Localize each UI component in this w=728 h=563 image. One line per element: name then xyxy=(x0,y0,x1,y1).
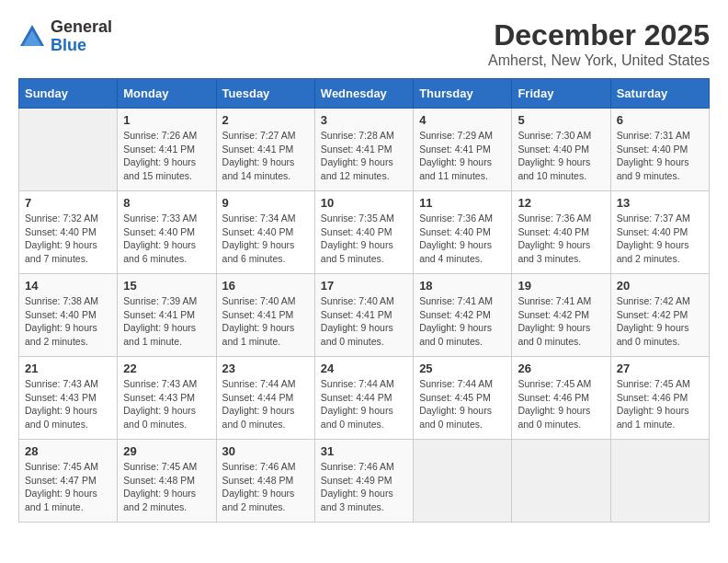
day-info: Sunrise: 7:46 AMSunset: 4:48 PMDaylight:… xyxy=(222,460,309,514)
calendar-body: 1Sunrise: 7:26 AMSunset: 4:41 PMDaylight… xyxy=(19,109,710,523)
day-info: Sunrise: 7:43 AMSunset: 4:43 PMDaylight:… xyxy=(123,377,210,431)
calendar-cell: 11Sunrise: 7:36 AMSunset: 4:40 PMDayligh… xyxy=(414,191,512,274)
calendar-cell: 4Sunrise: 7:29 AMSunset: 4:41 PMDaylight… xyxy=(414,109,512,191)
day-info: Sunrise: 7:46 AMSunset: 4:49 PMDaylight:… xyxy=(321,460,407,514)
day-number: 28 xyxy=(25,444,111,458)
logo: General Blue xyxy=(18,18,112,55)
day-info: Sunrise: 7:41 AMSunset: 4:42 PMDaylight:… xyxy=(419,294,506,349)
calendar-header: SundayMondayTuesdayWednesdayThursdayFrid… xyxy=(19,79,710,109)
day-number: 29 xyxy=(123,444,210,458)
day-info: Sunrise: 7:30 AMSunset: 4:40 PMDaylight:… xyxy=(518,129,604,183)
calendar-cell: 16Sunrise: 7:40 AMSunset: 4:41 PMDayligh… xyxy=(216,274,314,357)
calendar-week-row: 1Sunrise: 7:26 AMSunset: 4:41 PMDaylight… xyxy=(19,109,710,191)
day-number: 10 xyxy=(321,196,407,210)
calendar-cell: 10Sunrise: 7:35 AMSunset: 4:40 PMDayligh… xyxy=(314,191,413,274)
day-number: 16 xyxy=(222,279,309,293)
calendar-cell: 6Sunrise: 7:31 AMSunset: 4:40 PMDaylight… xyxy=(610,109,709,191)
day-number: 30 xyxy=(222,444,309,458)
day-info: Sunrise: 7:27 AMSunset: 4:41 PMDaylight:… xyxy=(222,129,309,183)
calendar-cell: 1Sunrise: 7:26 AMSunset: 4:41 PMDaylight… xyxy=(118,109,216,191)
day-info: Sunrise: 7:45 AMSunset: 4:47 PMDaylight:… xyxy=(25,460,111,514)
day-info: Sunrise: 7:45 AMSunset: 4:46 PMDaylight:… xyxy=(617,377,703,431)
calendar-cell: 29Sunrise: 7:45 AMSunset: 4:48 PMDayligh… xyxy=(118,440,216,523)
calendar-cell: 20Sunrise: 7:42 AMSunset: 4:42 PMDayligh… xyxy=(610,274,709,357)
calendar-cell: 7Sunrise: 7:32 AMSunset: 4:40 PMDaylight… xyxy=(19,191,118,274)
calendar-cell: 21Sunrise: 7:43 AMSunset: 4:43 PMDayligh… xyxy=(19,357,118,440)
weekday-header-saturday: Saturday xyxy=(610,79,709,109)
calendar-cell: 19Sunrise: 7:41 AMSunset: 4:42 PMDayligh… xyxy=(512,274,610,357)
day-info: Sunrise: 7:35 AMSunset: 4:40 PMDaylight:… xyxy=(321,212,407,266)
day-info: Sunrise: 7:40 AMSunset: 4:41 PMDaylight:… xyxy=(222,294,309,349)
day-number: 11 xyxy=(419,196,506,210)
logo-icon xyxy=(18,23,46,51)
day-info: Sunrise: 7:40 AMSunset: 4:41 PMDaylight:… xyxy=(321,294,407,349)
day-info: Sunrise: 7:29 AMSunset: 4:41 PMDaylight:… xyxy=(419,129,506,183)
day-info: Sunrise: 7:37 AMSunset: 4:40 PMDaylight:… xyxy=(617,212,703,266)
weekday-header-tuesday: Tuesday xyxy=(216,79,314,109)
day-number: 14 xyxy=(25,279,111,293)
calendar-cell: 17Sunrise: 7:40 AMSunset: 4:41 PMDayligh… xyxy=(314,274,413,357)
calendar-cell: 25Sunrise: 7:44 AMSunset: 4:45 PMDayligh… xyxy=(414,357,512,440)
logo-text: General Blue xyxy=(51,18,112,55)
calendar-cell: 5Sunrise: 7:30 AMSunset: 4:40 PMDaylight… xyxy=(512,109,610,191)
day-info: Sunrise: 7:42 AMSunset: 4:42 PMDaylight:… xyxy=(617,294,703,349)
calendar-cell: 22Sunrise: 7:43 AMSunset: 4:43 PMDayligh… xyxy=(118,357,216,440)
page-header: General Blue December 2025 Amherst, New … xyxy=(18,18,710,69)
day-info: Sunrise: 7:26 AMSunset: 4:41 PMDaylight:… xyxy=(123,129,210,183)
day-info: Sunrise: 7:34 AMSunset: 4:40 PMDaylight:… xyxy=(222,212,309,266)
day-number: 5 xyxy=(518,113,604,127)
day-number: 6 xyxy=(617,113,703,127)
day-info: Sunrise: 7:33 AMSunset: 4:40 PMDaylight:… xyxy=(123,212,210,266)
calendar-cell: 28Sunrise: 7:45 AMSunset: 4:47 PMDayligh… xyxy=(19,440,118,523)
day-info: Sunrise: 7:36 AMSunset: 4:40 PMDaylight:… xyxy=(419,212,506,266)
day-number: 26 xyxy=(518,362,604,375)
weekday-header-monday: Monday xyxy=(118,79,216,109)
day-number: 8 xyxy=(123,196,210,210)
day-number: 7 xyxy=(25,196,111,210)
day-number: 13 xyxy=(617,196,703,210)
day-number: 4 xyxy=(419,113,506,127)
calendar-cell: 12Sunrise: 7:36 AMSunset: 4:40 PMDayligh… xyxy=(512,191,610,274)
day-info: Sunrise: 7:44 AMSunset: 4:45 PMDaylight:… xyxy=(419,377,506,431)
day-number: 20 xyxy=(617,279,703,293)
calendar-cell xyxy=(512,440,610,523)
day-number: 31 xyxy=(321,444,407,458)
day-number: 18 xyxy=(419,279,506,293)
calendar-week-row: 7Sunrise: 7:32 AMSunset: 4:40 PMDaylight… xyxy=(19,191,710,274)
weekday-header-thursday: Thursday xyxy=(414,79,512,109)
calendar-cell: 15Sunrise: 7:39 AMSunset: 4:41 PMDayligh… xyxy=(118,274,216,357)
day-number: 27 xyxy=(617,362,703,375)
day-info: Sunrise: 7:43 AMSunset: 4:43 PMDaylight:… xyxy=(25,377,111,431)
day-info: Sunrise: 7:32 AMSunset: 4:40 PMDaylight:… xyxy=(25,212,111,266)
calendar-cell xyxy=(414,440,512,523)
day-number: 12 xyxy=(518,196,604,210)
day-info: Sunrise: 7:44 AMSunset: 4:44 PMDaylight:… xyxy=(222,377,309,431)
day-info: Sunrise: 7:38 AMSunset: 4:40 PMDaylight:… xyxy=(25,294,111,349)
day-info: Sunrise: 7:45 AMSunset: 4:46 PMDaylight:… xyxy=(518,377,604,431)
day-number: 24 xyxy=(321,362,407,375)
calendar-week-row: 21Sunrise: 7:43 AMSunset: 4:43 PMDayligh… xyxy=(19,357,710,440)
calendar-week-row: 14Sunrise: 7:38 AMSunset: 4:40 PMDayligh… xyxy=(19,274,710,357)
calendar-cell: 23Sunrise: 7:44 AMSunset: 4:44 PMDayligh… xyxy=(216,357,314,440)
day-number: 25 xyxy=(419,362,506,375)
calendar-cell: 14Sunrise: 7:38 AMSunset: 4:40 PMDayligh… xyxy=(19,274,118,357)
day-info: Sunrise: 7:41 AMSunset: 4:42 PMDaylight:… xyxy=(518,294,604,349)
day-number: 23 xyxy=(222,362,309,375)
calendar-table: SundayMondayTuesdayWednesdayThursdayFrid… xyxy=(18,78,710,523)
weekday-header-friday: Friday xyxy=(512,79,610,109)
day-info: Sunrise: 7:36 AMSunset: 4:40 PMDaylight:… xyxy=(518,212,604,266)
weekday-header-sunday: Sunday xyxy=(19,79,118,109)
calendar-cell: 9Sunrise: 7:34 AMSunset: 4:40 PMDaylight… xyxy=(216,191,314,274)
weekday-header-wednesday: Wednesday xyxy=(314,79,413,109)
day-info: Sunrise: 7:31 AMSunset: 4:40 PMDaylight:… xyxy=(617,129,703,183)
title-section: December 2025 Amherst, New York, United … xyxy=(488,18,710,69)
day-number: 2 xyxy=(222,113,309,127)
logo-blue-text: Blue xyxy=(51,37,112,55)
month-year-title: December 2025 xyxy=(488,18,710,52)
logo-general-text: General xyxy=(51,18,112,37)
calendar-cell: 2Sunrise: 7:27 AMSunset: 4:41 PMDaylight… xyxy=(216,109,314,191)
day-number: 19 xyxy=(518,279,604,293)
calendar-cell: 26Sunrise: 7:45 AMSunset: 4:46 PMDayligh… xyxy=(512,357,610,440)
location-subtitle: Amherst, New York, United States xyxy=(488,52,710,69)
day-number: 22 xyxy=(123,362,210,375)
